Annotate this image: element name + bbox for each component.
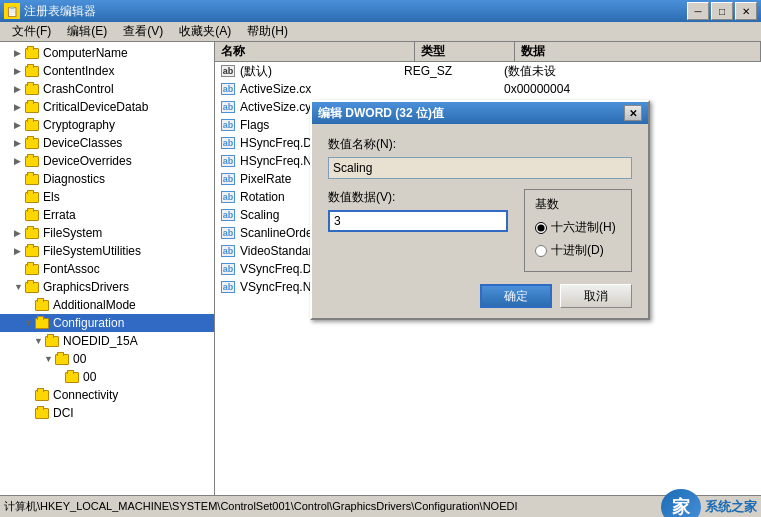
value-data-label: 数值数据(V): [328,189,508,206]
dialog-value-row: 数值数据(V): 基数 十六进制(H) 十进制(D) [328,189,632,272]
edit-dword-dialog: 编辑 DWORD (32 位)值 ✕ 数值名称(N): 数值数据(V): 基数 [310,100,650,320]
dialog-title: 编辑 DWORD (32 位)值 [318,105,624,122]
dialog-close-button[interactable]: ✕ [624,105,642,121]
dialog-title-bar: 编辑 DWORD (32 位)值 ✕ [312,102,648,124]
cancel-button[interactable]: 取消 [560,284,632,308]
base-radio-group: 基数 十六进制(H) 十进制(D) [524,189,632,272]
radio-dec-label: 十进制(D) [551,242,604,259]
dialog-left-col: 数值数据(V): [328,189,508,232]
base-label: 基数 [535,196,621,213]
dialog-right-col: 基数 十六进制(H) 十进制(D) [524,189,632,272]
ok-button[interactable]: 确定 [480,284,552,308]
radio-dec-input[interactable] [535,245,547,257]
value-name-label: 数值名称(N): [328,136,632,153]
radio-dec[interactable]: 十进制(D) [535,242,621,259]
radio-hex-input[interactable] [535,222,547,234]
dialog-buttons: 确定 取消 [328,284,632,308]
dialog-overlay: 编辑 DWORD (32 位)值 ✕ 数值名称(N): 数值数据(V): 基数 [0,0,761,517]
dialog-body: 数值名称(N): 数值数据(V): 基数 十六进制(H) [312,124,648,318]
value-name-input[interactable] [328,157,632,179]
radio-hex-label: 十六进制(H) [551,219,616,236]
radio-hex[interactable]: 十六进制(H) [535,219,621,236]
value-data-input[interactable] [328,210,508,232]
